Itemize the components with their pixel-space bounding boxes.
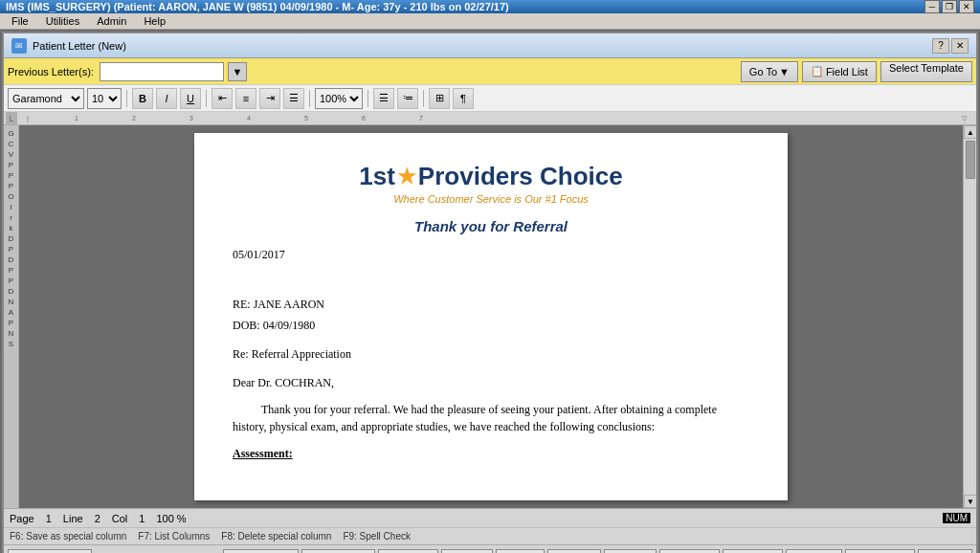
scroll-thumb[interactable] [966,141,975,179]
italic-btn[interactable]: I [156,88,177,109]
window-controls: ? ✕ [932,38,969,54]
sidebar-n[interactable]: N [9,298,14,306]
sidebar-p5[interactable]: P [9,266,13,275]
scroll-down-btn[interactable]: ▼ [964,495,976,508]
company-main: Providers Choice [418,162,623,191]
sel-sign-btn[interactable]: ☑ Sel. Sign. [301,549,375,554]
shortcut-bar: F6: Save as special column F7: List Colu… [4,527,976,544]
font-size-select[interactable]: 10 [87,88,122,109]
bold-btn[interactable]: B [132,88,153,109]
shortcut-f7: F7: List Columns [138,531,210,542]
sidebar-c[interactable]: C [9,140,14,148]
email-btn[interactable]: ✉ Email [547,549,602,554]
window-close-btn[interactable]: ✕ [951,38,969,54]
bottom-toolbar: ✓ Spell Check ✍ Get Sign. ☑ Sel. Sign. ⊞… [4,544,976,553]
font-family-select[interactable]: Garamond [8,88,84,109]
app-title-bar: IMS (IMS_SURGERY) (Patient: AARON, JANE … [0,0,980,13]
table-btn[interactable]: ⊞ [429,88,450,109]
sidebar-p4[interactable]: P [9,245,13,254]
print-btn[interactable]: 🖨 Print [441,549,493,554]
sidebar-p3[interactable]: P [9,182,13,190]
restore-btn[interactable]: ❐ [942,0,957,13]
get-sign-btn[interactable]: ✍ Get Sign. [223,549,299,554]
patient-dob: 04/09/1980 [263,319,316,332]
fax-btn[interactable]: 📠 Fax [496,549,545,554]
company-name: 1st ★ Providers Choice [233,162,749,191]
sidebar-p6[interactable]: P [9,276,13,285]
line-label: Line [63,513,83,524]
tb-sep4 [368,90,368,107]
letter-salutation: Dear Dr. COCHRAN, [233,374,749,391]
paragraph-btn[interactable]: ¶ [453,88,474,109]
field-list-btn[interactable]: 📋 Field List [802,61,877,82]
align-center-btn[interactable]: ≡ [235,88,256,109]
ruler-content: | 1 2 3 4 5 6 7 ▽ [17,112,974,124]
sidebar-n2[interactable]: N [9,329,14,338]
minimize-btn[interactable]: ─ [924,0,940,13]
zoom-status: 100 % [156,513,186,524]
letter-dob-line: DOB: 04/09/1980 [233,317,749,334]
scroll-up-btn[interactable]: ▲ [964,125,976,139]
scroll-track[interactable] [964,139,976,495]
app-title-controls: ─ ❐ ✕ [924,0,974,13]
close-app-btn[interactable]: ✕ [959,0,974,13]
window-help-btn[interactable]: ? [932,38,949,54]
app-title-text: IMS (IMS_SURGERY) (Patient: AARON, JANE … [6,1,924,12]
menu-help[interactable]: Help [136,13,173,29]
tb-sep3 [309,90,310,107]
underline-btn[interactable]: U [180,88,201,109]
spell-check-btn[interactable]: ✓ Spell Check [8,549,92,554]
prev-letters-dropdown[interactable]: ▼ [228,62,247,81]
goto-btn[interactable]: Go To ▼ [741,61,798,82]
new-btn[interactable]: 📄 New [604,549,657,554]
letter-title: Thank you for Referral [233,218,749,234]
sidebar-p2[interactable]: P [9,171,13,180]
delete-btn[interactable]: 🗑 Delete [659,549,720,554]
sidebar-i[interactable]: I [10,203,11,211]
save-btn[interactable]: 💾 Save [786,549,841,554]
align-justify-btn[interactable]: ☰ [283,88,304,109]
margin-btn[interactable]: ⊞ Margin [378,549,438,554]
zoom-select[interactable]: 100% [315,88,363,109]
tb-sep1 [126,90,127,107]
cancel-btn[interactable]: ✕ Cancel [723,549,783,554]
align-right-btn[interactable]: ⇥ [259,88,280,109]
sidebar-o[interactable]: O [8,192,13,201]
sidebar-g[interactable]: G [8,129,13,138]
menu-file[interactable]: File [4,13,36,29]
align-left-btn[interactable]: ⇤ [212,88,233,109]
sidebar-d3[interactable]: D [9,287,14,296]
menu-utilities[interactable]: Utilities [38,13,87,29]
sidebar-p1[interactable]: P [9,161,13,169]
shortcut-f9: F9: Spell Check [343,531,411,542]
letter-subject-line: Re: Referral Appreciation [233,345,749,363]
toolbar2: Garamond 10 B I U ⇤ ≡ ⇥ ☰ 100% ☰ ≔ ⊞ ¶ [4,85,976,112]
left-sidebar: G C V P P P O I r k D P D P P D N A P N [4,125,19,508]
close-btn[interactable]: ✕ Close [918,549,972,554]
tb-sep2 [206,90,207,107]
editor-scrollable-area[interactable]: 1st ★ Providers Choice Where Customer Se… [19,125,963,508]
sidebar-p7[interactable]: P [9,319,13,327]
page-num: 1 [46,513,52,524]
window-title-bar: ✉ Patient Letter (New) ? ✕ [4,33,976,58]
company-tagline: Where Customer Service is Our #1 Focus [233,193,749,205]
shortcut-f6: F6: Save as special column [10,531,126,542]
select-template-btn[interactable]: Select Template [880,61,972,82]
save-as-btn[interactable]: 💾 Save As [845,549,915,554]
sidebar-k[interactable]: k [10,224,13,232]
numbering-btn[interactable]: ≔ [397,88,418,109]
letter-date: 05/01/2017 [233,246,749,263]
ruler: L | 1 2 3 4 5 6 7 ▽ [4,112,976,125]
sidebar-s[interactable]: S [9,340,13,348]
shortcut-f8: F8: Delete special column [221,531,331,542]
sidebar-d1[interactable]: D [9,234,14,243]
sidebar-d2[interactable]: D [9,255,14,264]
sidebar-v[interactable]: V [9,150,13,159]
menu-admin[interactable]: Admin [89,13,134,29]
sidebar-a[interactable]: A [9,308,13,317]
subject-label: Re: [233,347,249,361]
bullets-btn[interactable]: ☰ [373,88,394,109]
vertical-scrollbar[interactable]: ▲ ▼ [963,125,976,508]
sidebar-r[interactable]: r [10,213,12,222]
prev-letters-input[interactable] [100,62,224,81]
